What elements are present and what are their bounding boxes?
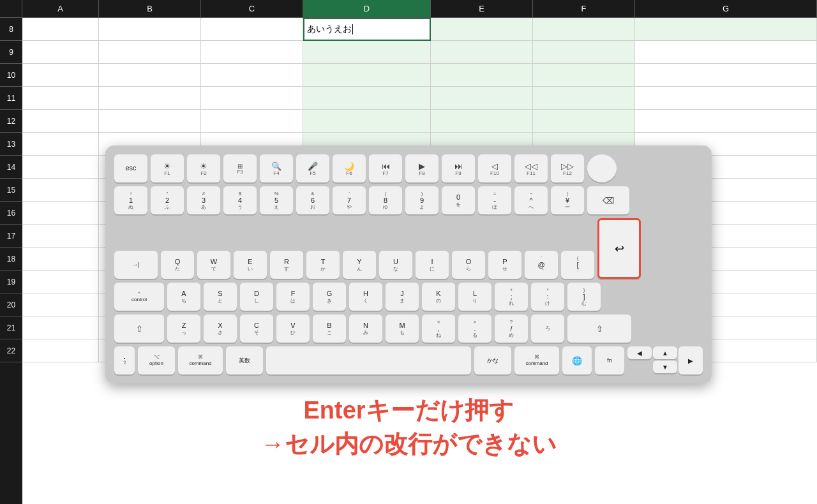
key-a[interactable]: Aち [167,283,200,311]
key-p[interactable]: Pせ [488,251,521,279]
cell-a8[interactable] [22,18,99,41]
key-arrow-up[interactable]: ▲ [653,346,677,359]
key-at[interactable]: `@゛ [525,251,558,279]
col-header-b[interactable]: B [99,0,201,17]
key-backspace[interactable]: ⌫ [587,186,629,214]
key-caps[interactable]: ^control [114,283,164,311]
key-arrow-left[interactable]: ◀ [627,346,652,359]
key-x[interactable]: Xさ [204,315,237,343]
key-yen[interactable]: |¥ー [551,186,584,214]
key-0[interactable]: 0を [442,186,475,214]
key-3[interactable]: #3あ [187,186,220,214]
key-g[interactable]: Gき [313,283,346,311]
key-f5[interactable]: 🎤F5 [296,154,329,182]
key-h[interactable]: Hく [349,283,382,311]
key-period[interactable]: >.る [458,315,491,343]
key-7[interactable]: '7や [333,186,366,214]
col-header-c[interactable]: C [201,0,303,17]
key-2[interactable]: "2ふ [151,186,184,214]
key-e[interactable]: Eい [234,251,267,279]
key-f2[interactable]: ☀F2 [187,154,220,182]
key-f6[interactable]: 🌙F6 [333,154,366,182]
cell-d8-content: あいうえお [307,24,352,35]
key-f1[interactable]: ☀F1 [151,154,184,182]
key-semicolon[interactable]: +;れ [495,283,528,311]
key-s[interactable]: Sと [204,283,237,311]
key-6[interactable]: &6お [296,186,329,214]
key-fn[interactable]: fn [595,346,624,374]
key-arrow-right[interactable]: ▶ [678,346,703,374]
cell-g8[interactable] [635,18,817,41]
col-header-f[interactable]: F [533,0,635,17]
key-esc[interactable]: esc [114,154,147,182]
key-option[interactable]: ⌥option [138,346,175,374]
key-colon[interactable]: *:け [531,283,564,311]
key-shift-right[interactable]: ⇧ [567,315,631,343]
key-b[interactable]: Bこ [313,315,346,343]
key-f10[interactable]: ◁F10 [478,154,511,182]
spreadsheet: A B C D E F G 8 9 10 11 12 13 14 15 16 1… [0,0,817,504]
col-header-e[interactable]: E [431,0,533,17]
key-slash[interactable]: ?/め [495,315,528,343]
key-4[interactable]: $4う [223,186,257,214]
key-u[interactable]: Uな [379,251,412,279]
key-caret[interactable]: ~^へ [514,186,548,214]
cell-f8[interactable] [533,18,635,41]
key-arrow-down[interactable]: ▼ [653,360,677,373]
key-comma[interactable]: <,ね [422,315,455,343]
key-backslash[interactable]: ろ [531,315,564,343]
key-f[interactable]: Fは [276,283,310,311]
key-d[interactable]: Dし [240,283,273,311]
key-shift-left[interactable]: ⇧ [114,315,164,343]
key-globe[interactable]: 🌐 [562,346,592,374]
key-q[interactable]: Qた [161,251,194,279]
cell-d8[interactable]: あいうえお [303,18,431,41]
key-bracket-r[interactable]: }]む [567,283,601,311]
cell-b8[interactable] [99,18,201,41]
key-n[interactable]: Nみ [349,315,382,343]
grid-area: あいうえお [22,18,817,504]
key-9[interactable]: )9よ [405,186,438,214]
key-c[interactable]: Cそ [240,315,273,343]
key-command-right[interactable]: ⌘command [514,346,559,374]
key-f8[interactable]: ▶F8 [405,154,438,182]
key-8[interactable]: (8ゆ [369,186,402,214]
key-tab[interactable]: →| [114,251,158,279]
key-y[interactable]: Yん [343,251,376,279]
key-z[interactable]: Zっ [167,315,200,343]
key-bracket-l[interactable]: {[「 [561,251,594,279]
key-j[interactable]: Jま [386,283,419,311]
key-command-left[interactable]: ⌘command [178,346,223,374]
key-o[interactable]: Oら [452,251,485,279]
key-eisu[interactable]: 英数 [226,346,263,374]
key-space[interactable] [266,346,471,374]
cell-c8[interactable] [201,18,303,41]
key-dot-small[interactable]: •⇧ [114,346,135,374]
key-f9[interactable]: ⏭F9 [442,154,475,182]
key-5[interactable]: %5え [260,186,293,214]
key-minus[interactable]: =-ほ [478,186,511,214]
corner-cell [0,0,22,17]
key-t[interactable]: Tか [306,251,340,279]
key-power[interactable] [587,154,617,182]
key-f3[interactable]: ⊞F3 [223,154,257,182]
key-f11[interactable]: ◁◁F11 [514,154,548,182]
key-f12[interactable]: ▷▷F12 [551,154,584,182]
key-w[interactable]: Wて [197,251,230,279]
key-m[interactable]: Mも [386,315,419,343]
col-header-a[interactable]: A [22,0,99,17]
cell-e8[interactable] [431,18,533,41]
key-i[interactable]: Iに [416,251,449,279]
key-kana[interactable]: かな [474,346,511,374]
key-f7[interactable]: ⏮F7 [369,154,402,182]
key-1[interactable]: !1ぬ [114,186,147,214]
key-enter[interactable]: ↩ [597,218,641,279]
key-l[interactable]: Lり [458,283,491,311]
key-k[interactable]: Kの [422,283,455,311]
col-header-d[interactable]: D [303,0,431,17]
key-f4[interactable]: 🔍F4 [260,154,293,182]
row-header-14: 14 [0,156,22,179]
key-v[interactable]: Vひ [276,315,310,343]
col-header-g[interactable]: G [635,0,817,17]
key-r[interactable]: Rす [270,251,303,279]
